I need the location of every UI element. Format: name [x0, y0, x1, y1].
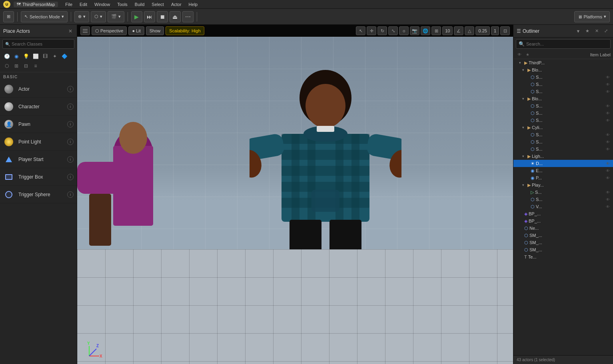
actor-item-player-start[interactable]: Player Start i	[0, 151, 77, 168]
star-col-btn[interactable]: ★	[524, 51, 531, 58]
panel-close-btn[interactable]: ✕	[67, 28, 74, 34]
viewport-menu-btn[interactable]	[80, 26, 90, 35]
visibility-toggle[interactable]: 👁	[605, 189, 611, 195]
visibility-toggle[interactable]: 👁	[605, 197, 611, 202]
outliner-close-btn[interactable]: ✕	[593, 27, 601, 35]
tree-item[interactable]: ⬡ S... 👁	[513, 81, 613, 88]
outliner-filter-btn[interactable]: ▼	[574, 27, 582, 35]
actor-info-actor[interactable]: i	[67, 86, 74, 92]
visibility-toggle[interactable]: 👁	[605, 110, 611, 116]
actor-item-trigger-sphere[interactable]: Trigger Sphere i	[0, 186, 77, 203]
actor-item-character[interactable]: Character i	[0, 98, 77, 115]
visibility-toggle[interactable]: 👁	[605, 82, 611, 87]
actor-item-trigger-box[interactable]: Trigger Box i	[0, 168, 77, 186]
visibility-toggle[interactable]: 👁	[605, 103, 611, 109]
tree-item[interactable]: ◉ P... 👁	[513, 174, 613, 181]
lights-tab-btn[interactable]: 💡	[22, 52, 30, 61]
visibility-toggle[interactable]: 👁	[605, 74, 611, 80]
list-view-btn[interactable]: ≡	[31, 62, 40, 70]
blueprint-btn[interactable]: ⬡ ▾	[91, 11, 106, 22]
tree-item[interactable]: ▷ S... 👁	[513, 189, 613, 196]
scale-tool-btn[interactable]: ⤡	[388, 26, 398, 35]
add-actor-btn[interactable]: ⊕ ▾	[74, 11, 89, 22]
menu-select[interactable]: Select	[148, 1, 167, 8]
geometry-tab-btn[interactable]: 🔷	[60, 52, 69, 61]
actor-info-player-start[interactable]: i	[67, 156, 74, 163]
tree-item[interactable]: ▾ ▶ Blo...	[513, 95, 613, 102]
menu-file[interactable]: File	[62, 1, 76, 8]
eye-col-btn[interactable]: 👁	[516, 51, 523, 58]
surface-snapping-btn[interactable]: ⊞	[431, 26, 441, 35]
tree-item[interactable]: ▾ ▶ Play...	[513, 181, 613, 189]
select-tool-btn[interactable]: ↖	[356, 26, 365, 35]
visual-tab-btn[interactable]: ✦	[50, 52, 59, 61]
actor-info-pawn[interactable]: i	[67, 121, 74, 127]
eject-button[interactable]: ⏏	[170, 11, 181, 22]
transform-mode-btn[interactable]: ⌾	[399, 26, 409, 35]
visibility-toggle[interactable]: 👁	[605, 117, 611, 123]
tree-item[interactable]: ⬡ SM_...	[513, 239, 613, 246]
visibility-toggle[interactable]: 👁	[605, 168, 611, 173]
actor-item-pawn[interactable]: 👤 Pawn i	[0, 115, 77, 133]
tree-item[interactable]: ⬡ SM_...	[513, 232, 613, 239]
outliner-search-input[interactable]	[526, 42, 608, 46]
selection-mode-btn[interactable]: ↖ Selection Mode ▾	[21, 11, 68, 22]
grid-size-btn[interactable]: 10	[442, 26, 453, 35]
visibility-toggle[interactable]: 👁	[605, 175, 611, 181]
actor-info-trigger-box[interactable]: i	[67, 174, 74, 180]
visibility-toggle[interactable]: 👁	[605, 139, 611, 145]
tree-item[interactable]: T Te...	[513, 253, 613, 261]
outliner-pin-btn[interactable]: ★	[583, 27, 591, 35]
tree-item[interactable]: ⬡ S... 👁	[513, 74, 613, 81]
tree-item[interactable]: ⬡ S... 👁	[513, 102, 613, 109]
tree-item[interactable]: ▾ ▶ Blo...	[513, 66, 613, 74]
tree-item[interactable]: ◈ BP_...	[513, 210, 613, 217]
visibility-toggle[interactable]: 👁	[605, 161, 611, 166]
platforms-btn[interactable]: 🖥 Platforms ▾	[574, 11, 610, 22]
tree-item[interactable]: ⬡ S... 👁	[513, 88, 613, 95]
visibility-toggle[interactable]: 👁	[605, 132, 611, 137]
actor-info-character[interactable]: i	[67, 103, 74, 110]
lit-btn[interactable]: ● Lit	[128, 26, 144, 35]
tree-item[interactable]: ▾ ▶ Ligh...	[513, 153, 613, 160]
grid-view-btn[interactable]: ⊟	[22, 62, 30, 70]
tree-item[interactable]: ⬡ S... 👁	[513, 138, 613, 145]
search-box[interactable]: 🔍	[2, 39, 74, 49]
visibility-toggle[interactable]: 👁	[605, 89, 611, 94]
camera-btn[interactable]: 📷	[410, 26, 419, 35]
view-number[interactable]: 1	[491, 26, 499, 35]
outliner-expand-btn[interactable]: ⤢	[602, 27, 610, 35]
menu-tools[interactable]: Tools	[114, 1, 131, 8]
menu-help[interactable]: Help	[186, 1, 201, 8]
tree-item[interactable]: ⬡ S... 👁	[513, 131, 613, 138]
play-button[interactable]: ▶	[131, 11, 142, 22]
actor-info-trigger-sphere[interactable]: i	[67, 191, 74, 198]
volumes-tab-btn[interactable]: ⬡	[2, 62, 11, 70]
menu-window[interactable]: Window	[91, 1, 113, 8]
maximize-viewport-btn[interactable]: ⊡	[500, 26, 510, 35]
show-btn[interactable]: Show	[146, 26, 164, 35]
recently-placed-btn[interactable]: 🕐	[2, 52, 11, 61]
menu-actor[interactable]: Actor	[168, 1, 185, 8]
perspective-btn[interactable]: ⬡ Perspective	[92, 26, 127, 35]
map-name[interactable]: ThirdPersonMap	[14, 2, 58, 7]
cinematics-btn[interactable]: 🎬 ▾	[108, 11, 124, 22]
search-classes-input[interactable]	[12, 42, 72, 46]
stop-button[interactable]: ⏹	[157, 11, 168, 22]
actor-item-actor[interactable]: Actor i	[0, 80, 77, 98]
shapes-tab-btn[interactable]: ⬜	[31, 52, 40, 61]
translate-tool-btn[interactable]: ✛	[367, 26, 376, 35]
all-tab-btn[interactable]: ⊞	[12, 62, 21, 70]
menu-build[interactable]: Build	[132, 1, 148, 8]
tree-item[interactable]: ⬡ V... 👁	[513, 203, 613, 210]
tree-item[interactable]: ◉ E... 👁	[513, 167, 613, 174]
tree-item[interactable]: ⬡ S... 👁	[513, 196, 613, 203]
basic-tab-btn[interactable]: ◉	[12, 52, 21, 61]
tree-item[interactable]: ▾ ▶ Cyli...	[513, 124, 613, 131]
tree-item[interactable]: ⬡ S... 👁	[513, 109, 613, 117]
open-levels-btn[interactable]: ⊞	[3, 11, 14, 22]
tree-item[interactable]: ☀ D... 👁	[513, 160, 613, 167]
tree-item[interactable]: ◈ BP_...	[513, 217, 613, 225]
tree-item[interactable]: ⬡ S... 👁	[513, 145, 613, 153]
cinematic-tab-btn[interactable]: 🎞	[41, 52, 50, 61]
